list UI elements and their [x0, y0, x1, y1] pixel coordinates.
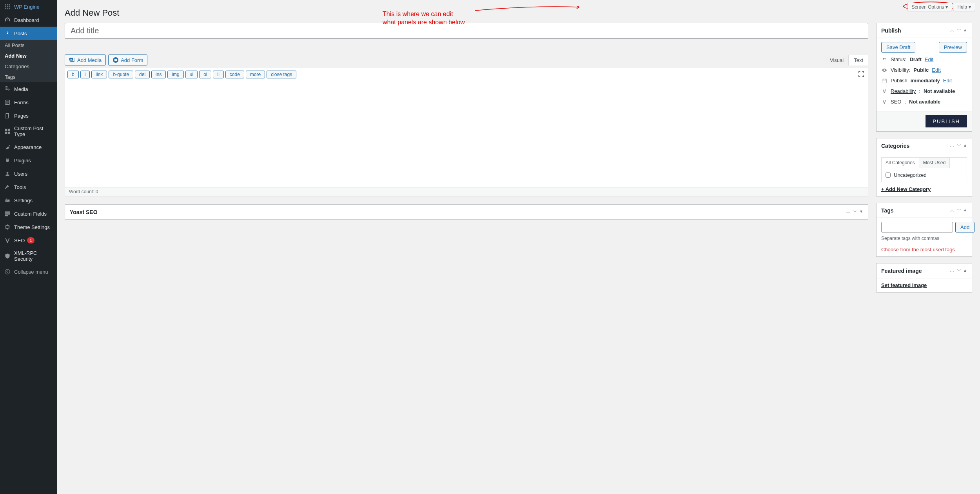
cpt-icon	[4, 128, 11, 135]
quicktag-code[interactable]: code	[225, 71, 244, 78]
add-media-button[interactable]: Add Media	[65, 54, 106, 65]
svg-rect-2	[9, 4, 10, 5]
sidebar-item-xml-rpc-security[interactable]: XML-RPC Security	[0, 247, 57, 265]
add-form-button[interactable]: Add Form	[108, 54, 147, 65]
fullscreen-icon[interactable]	[858, 71, 865, 78]
toggle-icon[interactable]: ▾	[859, 209, 863, 215]
help-button[interactable]: Help ▾	[953, 3, 975, 11]
svg-point-26	[7, 201, 7, 202]
sidebar-subitem-add-new[interactable]: Add New	[0, 51, 57, 61]
quicktags-toolbar: bilinkb-quotedelinsimgulollicodemoreclos…	[65, 68, 868, 81]
move-up-icon[interactable]: ︿	[949, 267, 955, 274]
toggle-icon[interactable]: ▴	[963, 267, 967, 274]
svg-rect-17	[8, 129, 10, 131]
sidebar-item-plugins[interactable]: Plugins	[0, 154, 57, 167]
svg-rect-29	[5, 215, 8, 216]
sidebar-item-media[interactable]: Media	[0, 82, 57, 96]
screen-options-button[interactable]: Screen Options ▾	[907, 3, 953, 11]
yoast-icon	[881, 89, 887, 94]
move-up-icon[interactable]: ︿	[845, 209, 851, 215]
move-down-icon[interactable]: ﹀	[956, 207, 962, 214]
svg-rect-35	[886, 58, 886, 60]
quicktag-li[interactable]: li	[213, 71, 223, 78]
sidebar-item-theme-settings[interactable]: Theme Settings	[0, 220, 57, 234]
svg-rect-19	[8, 132, 10, 134]
quicktag-b[interactable]: b	[67, 71, 79, 78]
svg-rect-1	[7, 4, 8, 5]
svg-rect-22	[5, 200, 9, 201]
choose-tags-link[interactable]: Choose from the most used tags	[881, 247, 955, 252]
move-down-icon[interactable]: ﹀	[852, 209, 858, 215]
add-tag-button[interactable]: Add	[955, 222, 975, 232]
save-draft-button[interactable]: Save Draft	[881, 42, 915, 53]
tags-metabox: Tags ︿ ﹀ ▴ Add Separate tags with commas	[876, 203, 972, 257]
move-up-icon[interactable]: ︿	[949, 207, 955, 214]
page-title: Add New Post	[65, 0, 972, 23]
move-up-icon[interactable]: ︿	[949, 27, 955, 34]
svg-rect-32	[114, 59, 117, 61]
categories-tab-most-used[interactable]: Most Used	[919, 158, 950, 168]
set-featured-image-link[interactable]: Set featured image	[881, 282, 927, 288]
preview-button[interactable]: Preview	[939, 42, 967, 53]
sidebar-item-seo[interactable]: SEO1	[0, 234, 57, 247]
sidebar-subitem-all-posts[interactable]: All Posts	[0, 40, 57, 51]
toggle-icon[interactable]: ▴	[963, 142, 967, 149]
editor-container: bilinkb-quotedelinsimgulollicodemoreclos…	[65, 68, 868, 196]
media-icon	[4, 85, 11, 93]
sidebar-item-pages[interactable]: Pages	[0, 109, 57, 122]
quicktag-del[interactable]: del	[135, 71, 150, 78]
quicktag-more[interactable]: more	[246, 71, 265, 78]
move-down-icon[interactable]: ﹀	[956, 142, 962, 149]
quicktag-ul[interactable]: ul	[185, 71, 198, 78]
quicktag-b-quote[interactable]: b-quote	[109, 71, 133, 78]
publish-button[interactable]: PUBLISH	[926, 115, 967, 127]
quicktag-ol[interactable]: ol	[199, 71, 211, 78]
quicktag-ins[interactable]: ins	[151, 71, 166, 78]
toggle-icon[interactable]: ▴	[963, 27, 967, 34]
add-new-category-link[interactable]: + Add New Category	[881, 186, 931, 192]
sidebar-item-users[interactable]: Users	[0, 167, 57, 180]
post-title-input[interactable]	[65, 23, 868, 39]
categories-tab-all[interactable]: All Categories	[882, 158, 919, 168]
toggle-icon[interactable]: ▴	[963, 207, 967, 214]
edit-status-link[interactable]: Edit	[925, 56, 933, 62]
move-down-icon[interactable]: ﹀	[956, 27, 962, 34]
quicktag-i[interactable]: i	[80, 71, 90, 78]
sidebar-item-tools[interactable]: Tools	[0, 180, 57, 194]
editor-tab-visual[interactable]: Visual	[825, 55, 849, 65]
svg-rect-27	[5, 211, 10, 212]
tag-input[interactable]	[881, 222, 953, 232]
quicktag-link[interactable]: link	[91, 71, 107, 78]
featured-image-metabox: Featured image ︿ ﹀ ▴ Set featured image	[876, 263, 972, 292]
editor-tab-text[interactable]: Text	[849, 55, 868, 65]
collapse-icon	[4, 268, 11, 275]
categories-metabox: Categories ︿ ﹀ ▴ All Categories Most Use…	[876, 138, 972, 196]
move-down-icon[interactable]: ﹀	[956, 267, 962, 274]
fields-icon	[4, 210, 11, 217]
settings-icon	[4, 197, 11, 204]
sidebar-item-custom-fields[interactable]: Custom Fields	[0, 207, 57, 220]
sidebar-subitem-tags[interactable]: Tags	[0, 72, 57, 82]
sidebar-item-wp-engine[interactable]: WP Engine	[0, 0, 57, 13]
sidebar-item-posts[interactable]: Posts	[0, 27, 57, 40]
move-up-icon[interactable]: ︿	[949, 142, 955, 149]
sidebar-item-appearance[interactable]: Appearance	[0, 140, 57, 154]
screen-meta-links: Screen Options ▾ Help ▾	[907, 3, 975, 11]
svg-rect-5	[9, 6, 10, 7]
content-textarea[interactable]	[65, 81, 868, 187]
quicktag-close-tags[interactable]: close tags	[267, 71, 296, 78]
publish-metabox: Publish ︿ ﹀ ▴ Save Draft Preview	[876, 23, 972, 132]
sidebar-item-custom-post-type[interactable]: Custom Post Type	[0, 122, 57, 140]
sidebar-subitem-categories[interactable]: Categories	[0, 61, 57, 72]
media-icon	[69, 57, 75, 63]
svg-rect-21	[5, 199, 9, 200]
sidebar-item-dashboard[interactable]: Dashboard	[0, 13, 57, 27]
category-option[interactable]: Uncategorized	[886, 172, 963, 178]
category-checkbox[interactable]	[886, 173, 891, 178]
edit-schedule-link[interactable]: Edit	[943, 78, 952, 84]
sidebar-item-settings[interactable]: Settings	[0, 194, 57, 207]
sidebar-item-forms[interactable]: Forms	[0, 96, 57, 109]
collapse-menu[interactable]: Collapse menu	[0, 265, 57, 278]
edit-visibility-link[interactable]: Edit	[932, 67, 940, 73]
quicktag-img[interactable]: img	[167, 71, 183, 78]
